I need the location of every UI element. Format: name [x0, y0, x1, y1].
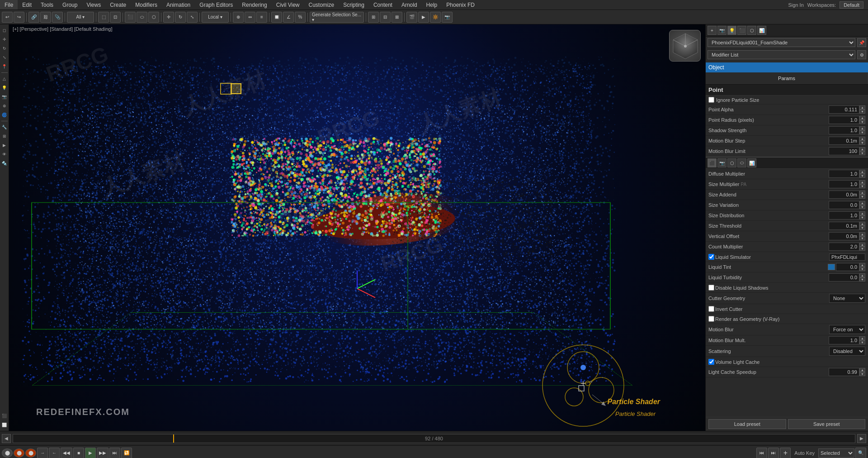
left-utilities[interactable]: 🔩: [1, 160, 8, 167]
percent-snap[interactable]: %: [295, 12, 306, 23]
anim-plus[interactable]: +: [780, 448, 791, 458]
liquid-tint-color[interactable]: [828, 264, 835, 270]
menu-file[interactable]: File: [0, 0, 18, 10]
liquid-tint-input[interactable]: [836, 263, 859, 271]
left-motion[interactable]: ▶: [1, 142, 8, 149]
menu-content[interactable]: Content: [369, 0, 397, 10]
shadow-strength-down[interactable]: ▼: [859, 130, 865, 134]
scattering-select[interactable]: Disabled: [829, 347, 865, 356]
size-threshold-down[interactable]: ▼: [859, 226, 865, 230]
size-distribution-up[interactable]: ▲: [859, 211, 865, 215]
left-select[interactable]: ◻: [1, 27, 8, 34]
menu-scripting[interactable]: Scripting: [339, 0, 369, 10]
link-btn[interactable]: 🔗: [28, 12, 39, 23]
point-alpha-input[interactable]: [829, 105, 859, 114]
mirror-btn[interactable]: ⇔: [245, 12, 255, 23]
motion-blur-limit-up[interactable]: ▲: [859, 147, 865, 151]
menu-create[interactable]: Create: [105, 0, 131, 10]
active-shade[interactable]: 🔆: [430, 12, 441, 23]
motion-blur-step-up[interactable]: ▲: [859, 137, 865, 141]
circle-select[interactable]: ⬭: [137, 12, 147, 23]
workspace-default[interactable]: Default: [840, 1, 863, 9]
undo-btn[interactable]: ↩: [2, 12, 13, 23]
menu-animation[interactable]: Animation: [162, 0, 195, 10]
next-frame-btn[interactable]: ▶: [857, 434, 866, 443]
point-radius-input[interactable]: [829, 116, 859, 124]
motion-blur-step-input[interactable]: [829, 137, 859, 145]
light-cache-speedup-down[interactable]: ▼: [859, 372, 865, 376]
rotate-btn[interactable]: ↻: [175, 12, 186, 23]
rp-add-btn[interactable]: +: [708, 26, 717, 35]
motion-blur-mult-up[interactable]: ▲: [859, 336, 865, 340]
liquid-tint-down[interactable]: ▼: [859, 267, 865, 271]
select-filter[interactable]: ⬚: [98, 12, 109, 23]
anim-search[interactable]: 🔍: [855, 448, 866, 458]
size-addend-input[interactable]: [829, 191, 859, 199]
point-radius-down[interactable]: ▼: [859, 120, 865, 124]
size-addend-down[interactable]: ▼: [859, 195, 865, 199]
size-variation-down[interactable]: ▼: [859, 205, 865, 209]
render-region[interactable]: 📷: [442, 12, 453, 23]
left-bottom2[interactable]: ⬜: [1, 421, 8, 429]
point-alpha-up[interactable]: ▲: [859, 105, 865, 110]
left-lights[interactable]: 💡: [1, 84, 8, 91]
left-modify[interactable]: 🔧: [1, 124, 8, 131]
count-mult-input[interactable]: [829, 243, 859, 251]
key-filter-select[interactable]: Selected: [818, 448, 854, 458]
size-variation-input[interactable]: [829, 201, 859, 209]
menu-phoenix-fd[interactable]: Phoenix FD: [442, 0, 479, 10]
fence-select[interactable]: ⬡: [148, 12, 159, 23]
tab-params[interactable]: Params: [706, 72, 868, 84]
select-mode[interactable]: All ▾: [67, 12, 94, 23]
anim-end[interactable]: ⏭: [109, 448, 120, 458]
anim-keys-next[interactable]: ⏭: [768, 448, 779, 458]
motion-blur-mult-down[interactable]: ▼: [859, 340, 865, 344]
light-cache-speedup-up[interactable]: ▲: [859, 368, 865, 372]
menu-views[interactable]: Views: [82, 0, 105, 10]
motion-blur-select[interactable]: Force on: [829, 325, 865, 334]
vertical-offset-up[interactable]: ▲: [859, 232, 865, 236]
left-hierarchy[interactable]: ⊞: [1, 133, 8, 140]
liquid-turbidity-up[interactable]: ▲: [859, 273, 865, 277]
size-distribution-down[interactable]: ▼: [859, 215, 865, 219]
render-setup[interactable]: 🎬: [406, 12, 417, 23]
timeline-track[interactable]: 92 / 480: [13, 434, 855, 443]
object-list-item[interactable]: Object: [706, 62, 868, 72]
align-btn[interactable]: ≡: [256, 12, 267, 23]
anim-key1[interactable]: ⬤: [2, 448, 13, 458]
ignore-particle-size-checkbox[interactable]: [708, 97, 714, 103]
volume-light-cache-checkbox[interactable]: [708, 359, 714, 365]
menu-group[interactable]: Group: [58, 0, 82, 10]
menu-edit[interactable]: Edit: [18, 0, 36, 10]
pin-btn[interactable]: 📌: [857, 38, 866, 47]
disable-liquid-shadows-checkbox[interactable]: [708, 285, 714, 291]
left-move[interactable]: ✛: [1, 36, 8, 43]
unlink-btn[interactable]: ⛓: [40, 12, 51, 23]
size-variation-up[interactable]: ▲: [859, 201, 865, 205]
rp-anim-btn[interactable]: ⬡: [747, 26, 756, 35]
left-shapes[interactable]: △: [1, 75, 8, 82]
count-mult-down[interactable]: ▼: [859, 247, 865, 251]
cutter-geo-select[interactable]: None: [829, 294, 865, 303]
invert-cutter-checkbox[interactable]: [708, 306, 714, 312]
properties-scroll[interactable]: Point Alpha ▲ ▼ Point Radius (pixels) ▲ …: [706, 105, 868, 417]
liquid-tint-up[interactable]: ▲: [859, 263, 865, 267]
left-spacewarps[interactable]: 🌀: [1, 111, 8, 119]
anim-key3[interactable]: ⬤: [25, 448, 36, 458]
select-obj[interactable]: ⊡: [110, 12, 121, 23]
size-mult-down[interactable]: ▼: [859, 184, 865, 188]
sign-in-btn[interactable]: Sign In: [788, 2, 804, 8]
viewport-3d[interactable]: [+] [Perspective] [Standard] [Default Sh…: [9, 24, 705, 431]
menu-modifiers[interactable]: Modifiers: [131, 0, 162, 10]
selection-set[interactable]: Generate Selection Se... ▾: [310, 12, 364, 23]
anim-play[interactable]: ▶: [85, 448, 96, 458]
liquid-turbidity-down[interactable]: ▼: [859, 277, 865, 281]
render-frame[interactable]: ▶: [418, 12, 429, 23]
left-rotate[interactable]: ↻: [1, 45, 8, 52]
size-addend-up[interactable]: ▲: [859, 191, 865, 195]
anim-next[interactable]: ▶▶: [97, 448, 108, 458]
vertical-offset-input[interactable]: [829, 232, 859, 240]
angle-snap[interactable]: ∠: [283, 12, 294, 23]
left-bottom1[interactable]: ⬛: [1, 412, 8, 420]
size-distribution-input[interactable]: [829, 211, 859, 219]
